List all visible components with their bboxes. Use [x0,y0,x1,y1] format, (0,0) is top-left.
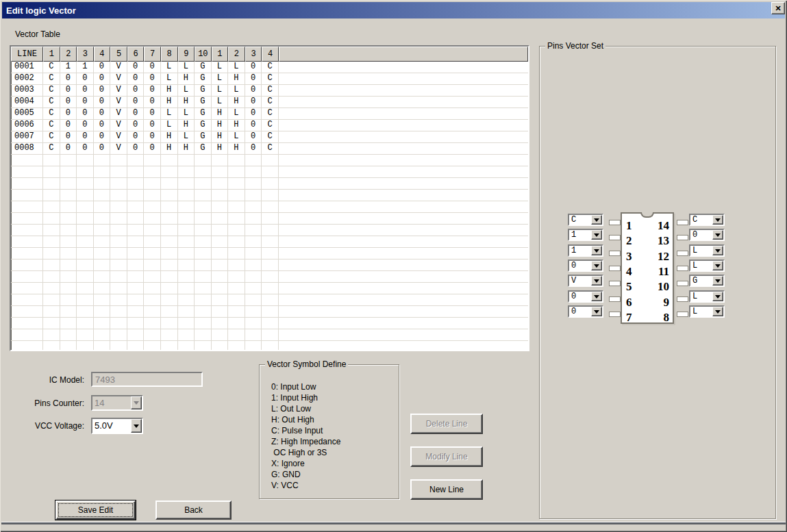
empty-cell [144,155,161,166]
pin-8-combobox[interactable]: L [689,305,725,318]
empty-cell [262,271,279,283]
new-line-button[interactable]: New Line [410,479,483,500]
pin-1-combobox[interactable]: C [568,214,603,226]
pin-9-combobox-dropdown-button[interactable] [712,292,723,301]
pin-6-combobox[interactable]: 0 [568,290,603,303]
pin-6-combobox-dropdown-button[interactable] [591,292,602,301]
vector-table-label: Vector Table [15,29,60,39]
pin-13-combobox-dropdown-button[interactable] [712,230,723,240]
empty-cell [262,318,279,329]
empty-cell [110,318,127,329]
pin-14-combobox-dropdown-button[interactable] [712,215,723,225]
pins-counter-value: 14 [92,396,131,409]
pin-10-combobox-dropdown-button[interactable] [712,276,723,286]
pin-10-combobox[interactable]: G [689,275,725,287]
pin-1-combobox-dropdown-button[interactable] [591,215,602,225]
filler-cell [279,62,528,73]
empty-cell [195,283,212,294]
table-row[interactable]: 0005C000V00LLGHL0C [11,108,528,120]
pin-3-combobox[interactable]: 1 [568,244,603,257]
empty-table-row [11,201,528,213]
empty-cell [262,178,279,190]
empty-cell [94,318,111,329]
pin-value-cell: G [195,120,212,131]
pin-number-7: 7 [626,312,632,323]
empty-cell [60,283,77,294]
empty-cell [11,341,43,351]
table-row[interactable]: 0002C000V00LHGLH0C [11,73,528,85]
empty-cell [60,236,77,248]
vector-symbol-define-label: Vector Symbol Define [265,359,348,369]
column-header-pin: 3 [245,47,262,62]
empty-cell [144,178,161,190]
empty-cell [60,294,77,306]
empty-cell [262,155,279,166]
pin-12-combobox-dropdown-button[interactable] [712,246,723,255]
table-row[interactable]: 0001C110V00LLGLL0C [11,62,528,73]
pin-7-combobox-dropdown-button[interactable] [591,307,602,316]
pin-14-combobox[interactable]: C [689,214,725,226]
vcc-voltage-dropdown-button[interactable] [131,419,142,433]
pin-12-combobox-value: L [690,246,712,255]
pin-11-combobox-dropdown-button[interactable] [712,261,723,270]
table-row[interactable]: 0004C000V00HHGLH0C [11,97,528,108]
pin-3-combobox-dropdown-button[interactable] [591,246,602,255]
pin-3-combobox-value: 1 [569,246,591,255]
empty-cell [43,294,60,306]
pin-value-cell: G [195,73,212,85]
vector-table: LINE123456789101234 0001C110V00LLGLL0C00… [10,45,529,351]
empty-table-row [11,178,528,190]
pin-5-combobox[interactable]: V [568,275,603,287]
empty-cell [77,271,94,283]
symbol-definition-item: V: VCC [271,480,340,491]
empty-cell [212,236,229,248]
empty-cell [127,271,145,283]
vcc-voltage-combobox[interactable]: 5.0V [91,418,143,434]
empty-cell [212,341,229,351]
table-row[interactable]: 0007C000V00HLGHL0C [11,131,528,143]
title-bar[interactable]: Edit logic Vector [2,2,785,18]
pin-5-combobox-dropdown-button[interactable] [591,276,602,286]
pin-number-14: 14 [642,220,669,231]
filler-cell [279,283,528,294]
pin-value-cell: L [178,85,195,97]
pin-12-combobox[interactable]: L [689,244,725,257]
pin-9-combobox[interactable]: L [689,290,725,303]
pins-vector-set-group: Pins Vector Set C1121304V5060714C13012L1… [539,46,776,519]
pin-value-cell: V [110,108,127,120]
empty-cell [228,283,245,294]
pin-4-combobox[interactable]: 0 [568,259,603,272]
pin-value-cell: C [262,108,279,120]
pin-value-cell: 0 [94,62,111,73]
empty-cell [245,190,262,201]
filler-cell [279,85,528,97]
pin-value-cell: L [178,131,195,143]
pin-value-cell: L [161,108,178,120]
empty-cell [94,306,111,318]
back-button[interactable]: Back [155,501,232,520]
pin-2-combobox-dropdown-button[interactable] [591,230,602,240]
pin-value-cell: L [178,108,195,120]
pin-8-combobox-dropdown-button[interactable] [712,307,723,316]
table-row[interactable]: 0006C000V00LHGHH0C [11,120,528,131]
pin-7-combobox[interactable]: 0 [568,305,603,318]
pin-value-cell: 0 [127,85,145,97]
pin-2-combobox[interactable]: 1 [568,229,603,241]
pin-4-combobox-dropdown-button[interactable] [591,261,602,270]
empty-cell [127,283,145,294]
empty-cell [228,201,245,213]
chevron-down-icon [715,310,721,314]
table-row[interactable]: 0003C000V00HLGLL0C [11,85,528,97]
close-button[interactable]: ✕ [771,2,785,14]
pin-11-combobox[interactable]: L [689,259,725,272]
pin-number-4: 4 [626,266,632,277]
filler-cell [279,166,528,178]
empty-cell [262,201,279,213]
pin-13-combobox[interactable]: 0 [689,229,725,241]
chevron-down-icon [715,295,721,299]
save-edit-button[interactable]: Save Edit [55,501,136,520]
column-header-pin: 4 [262,47,279,62]
table-row[interactable]: 0008C000V00HHGHH0C [11,143,528,155]
column-header-pin: 6 [127,47,145,62]
pin-value-cell: L [212,97,229,108]
